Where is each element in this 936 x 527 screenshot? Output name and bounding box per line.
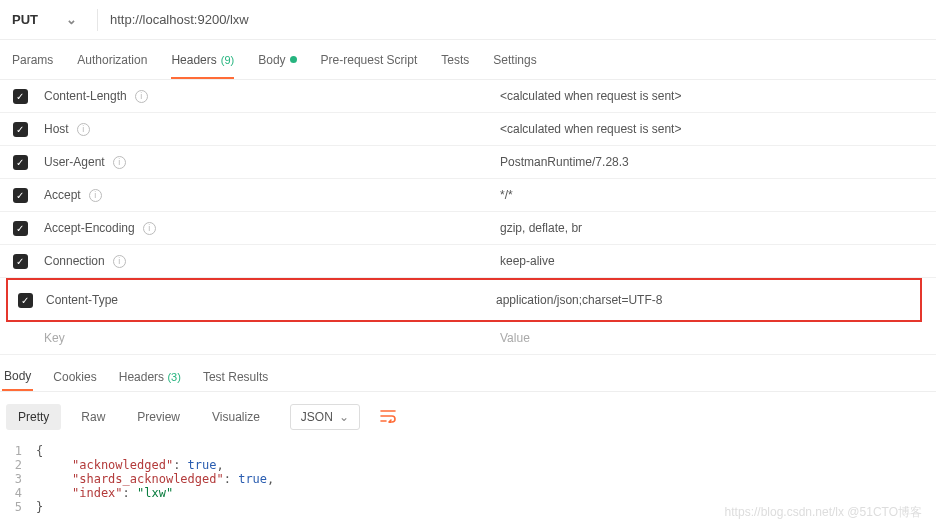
view-raw-button[interactable]: Raw (69, 404, 117, 430)
tab-headers[interactable]: Headers (9) (171, 53, 234, 79)
json-key: "shards_acknowledged" (72, 472, 224, 486)
view-preview-button[interactable]: Preview (125, 404, 192, 430)
resp-headers-count-badge: (3) (167, 371, 180, 383)
tab-headers-label: Headers (171, 53, 216, 67)
tab-params[interactable]: Params (12, 53, 53, 67)
info-icon[interactable]: i (113, 156, 126, 169)
header-value: <calculated when request is sent> (500, 89, 936, 103)
header-row[interactable]: ✓ User-Agenti PostmanRuntime/7.28.3 (0, 146, 936, 179)
checkbox-checked-icon[interactable]: ✓ (13, 221, 28, 236)
checkbox-checked-icon[interactable]: ✓ (13, 155, 28, 170)
json-key: "index" (72, 486, 123, 500)
line-number: 2 (0, 458, 36, 472)
header-row[interactable]: ✓ Accepti */* (0, 179, 936, 212)
header-row[interactable]: ✓ Content-Type application/json;charset=… (8, 280, 920, 320)
header-key: Host (44, 122, 69, 136)
line-number: 4 (0, 486, 36, 500)
checkbox-checked-icon[interactable]: ✓ (13, 188, 28, 203)
header-key: Content-Length (44, 89, 127, 103)
view-visualize-button[interactable]: Visualize (200, 404, 272, 430)
tab-settings[interactable]: Settings (493, 53, 536, 67)
view-pretty-button[interactable]: Pretty (6, 404, 61, 430)
json-value: true (238, 472, 267, 486)
body-format-select[interactable]: JSON ⌄ (290, 404, 360, 430)
resp-tab-body[interactable]: Body (2, 363, 33, 391)
header-value: keep-alive (500, 254, 936, 268)
info-icon[interactable]: i (89, 189, 102, 202)
tab-prerequest[interactable]: Pre-request Script (321, 53, 418, 67)
checkbox-checked-icon[interactable]: ✓ (13, 122, 28, 137)
info-icon[interactable]: i (143, 222, 156, 235)
highlight-annotation: ✓ Content-Type application/json;charset=… (6, 278, 922, 322)
header-key: User-Agent (44, 155, 105, 169)
header-row[interactable]: ✓ Connectioni keep-alive (0, 245, 936, 278)
header-value: */* (500, 188, 936, 202)
headers-count-badge: (9) (221, 54, 234, 66)
header-value: gzip, deflate, br (500, 221, 936, 235)
tab-authorization[interactable]: Authorization (77, 53, 147, 67)
wrap-lines-icon[interactable] (380, 409, 398, 426)
header-key: Content-Type (46, 293, 118, 307)
header-row[interactable]: ✓ Hosti <calculated when request is sent… (0, 113, 936, 146)
line-number: 3 (0, 472, 36, 486)
resp-tab-cookies[interactable]: Cookies (51, 364, 98, 390)
header-value: <calculated when request is sent> (500, 122, 936, 136)
checkbox-checked-icon[interactable]: ✓ (18, 293, 33, 308)
checkbox-checked-icon[interactable]: ✓ (13, 254, 28, 269)
http-method-label: PUT (12, 12, 38, 27)
resp-tab-tests[interactable]: Test Results (201, 364, 270, 390)
info-icon[interactable]: i (135, 90, 148, 103)
response-body[interactable]: 1{ 2"acknowledged": true, 3"shards_ackno… (0, 442, 936, 527)
resp-tab-headers[interactable]: Headers (3) (117, 364, 183, 390)
header-value: PostmanRuntime/7.28.3 (500, 155, 936, 169)
body-indicator-dot (290, 56, 297, 63)
header-row[interactable]: ✓ Content-Lengthi <calculated when reque… (0, 80, 936, 113)
header-key-placeholder[interactable]: Key (40, 331, 500, 345)
info-icon[interactable]: i (77, 123, 90, 136)
tab-body-label: Body (258, 53, 285, 67)
tab-tests[interactable]: Tests (441, 53, 469, 67)
tab-body[interactable]: Body (258, 53, 296, 67)
header-row[interactable]: ✓ Accept-Encodingi gzip, deflate, br (0, 212, 936, 245)
json-value: true (188, 458, 217, 472)
chevron-down-icon: ⌄ (339, 410, 349, 424)
header-key: Connection (44, 254, 105, 268)
url-input[interactable] (106, 0, 936, 39)
body-format-label: JSON (301, 410, 333, 424)
line-number: 1 (0, 444, 36, 458)
header-value-placeholder[interactable]: Value (500, 331, 936, 345)
json-key: "acknowledged" (72, 458, 173, 472)
chevron-down-icon: ⌄ (66, 12, 77, 27)
checkbox-checked-icon[interactable]: ✓ (13, 89, 28, 104)
http-method-select[interactable]: PUT ⌄ (0, 0, 89, 39)
info-icon[interactable]: i (113, 255, 126, 268)
line-number: 5 (0, 500, 36, 514)
header-key: Accept (44, 188, 81, 202)
json-value: "lxw" (137, 486, 173, 500)
header-value: application/json;charset=UTF-8 (496, 293, 920, 307)
divider (97, 9, 98, 31)
headers-table: ✓ Content-Lengthi <calculated when reque… (0, 80, 936, 355)
header-row-new[interactable]: Key Value (0, 322, 936, 355)
header-key: Accept-Encoding (44, 221, 135, 235)
resp-tab-headers-label: Headers (119, 370, 164, 384)
